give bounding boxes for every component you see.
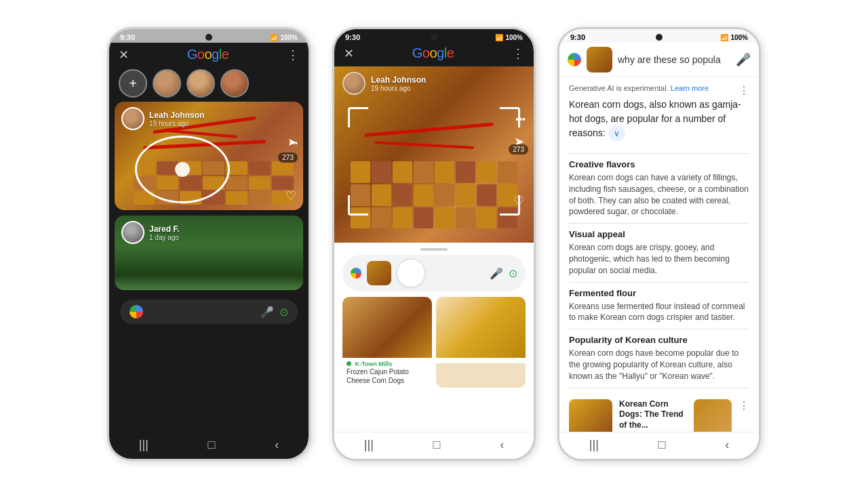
camera-dot-1 xyxy=(205,34,212,41)
section-title-2: Fermented flour xyxy=(569,288,749,298)
google-logo-2: Google xyxy=(412,45,454,61)
search-icons: 🎤 ⊙ xyxy=(490,267,517,280)
nav-bar-1: ||| □ ‹ xyxy=(109,432,309,459)
divider-2 xyxy=(569,282,749,283)
p3-results-scroll[interactable]: Generative AI is experimental. Learn mor… xyxy=(559,77,759,432)
status-bar-1: 9:30 📶 100% xyxy=(109,29,309,43)
nav-back[interactable]: ‹ xyxy=(275,438,279,452)
story-1[interactable] xyxy=(153,69,181,98)
section-body-2: Koreans use fermented flour instead of c… xyxy=(569,301,749,324)
hero-more-icon[interactable]: ••• xyxy=(515,114,526,125)
post-jared[interactable]: Jared F. 1 day ago xyxy=(115,216,303,290)
phone-3: 9:30 📶 100% why are these so popula 🎤 Ge… xyxy=(557,27,761,461)
article-image xyxy=(569,399,612,432)
divider-4 xyxy=(569,388,749,388)
result-info-1: K-Town Mills Frozen Cajun Potato Cheese … xyxy=(342,358,432,388)
search-query[interactable]: why are these so popula xyxy=(618,54,730,65)
phone1-content: ✕ Google ⋮ + Leah Johnson 19 hours ago xyxy=(109,43,309,432)
search-right-icons: 🎤 ⊙ xyxy=(260,306,288,319)
nav-home-2[interactable]: □ xyxy=(433,438,441,452)
query-thumbnail xyxy=(587,47,612,73)
article-more-icon[interactable]: ⋮ xyxy=(738,399,749,412)
nav-back-2[interactable]: ‹ xyxy=(500,438,504,452)
time-3: 9:30 xyxy=(570,33,585,41)
divider-1 xyxy=(569,223,749,224)
google-lens-icon[interactable]: ⊙ xyxy=(279,306,288,319)
result-card-1[interactable]: K-Town Mills Frozen Cajun Potato Cheese … xyxy=(342,297,432,388)
story-3[interactable] xyxy=(220,69,249,98)
search-circle[interactable] xyxy=(397,259,425,287)
article-thumb-2 xyxy=(694,399,732,432)
divider-0 xyxy=(569,153,749,154)
nav-recents[interactable]: ||| xyxy=(139,438,149,452)
section-body-0: Korean corn dogs can have a variety of f… xyxy=(569,172,749,218)
more-options-icon[interactable]: ⋮ xyxy=(287,47,299,62)
story-2[interactable] xyxy=(186,69,215,98)
status-icons-1: 📶 100% xyxy=(270,34,298,41)
result-info-2 xyxy=(436,358,526,363)
potato-grid-hero xyxy=(351,161,518,228)
nav-home-3[interactable]: □ xyxy=(658,438,666,452)
mic-icon-2[interactable]: 🎤 xyxy=(490,267,503,280)
hero-text-info: Leah Johnson 19 hours ago xyxy=(371,75,426,92)
status-icons-2: 📶 100% xyxy=(495,34,523,41)
food-hero-image: Leah Johnson 19 hours ago ••• ➤ 273 ♡ xyxy=(334,66,534,243)
leah-time: 19 hours ago xyxy=(149,120,204,127)
leah-user-info: Leah Johnson 19 hours ago xyxy=(149,110,204,127)
lens-center-dot xyxy=(175,162,190,177)
section-title-3: Popularity of Korean culture xyxy=(569,335,749,345)
ai-answer-text: Korean corn dogs, also known as gamja-ho… xyxy=(569,98,749,148)
jared-avatar xyxy=(121,221,144,244)
google-logo: Google xyxy=(187,47,229,62)
hero-like-button[interactable]: ♡ xyxy=(513,194,524,209)
phone3-content: why are these so popula 🎤 Generative AI … xyxy=(559,43,759,432)
section-fermented-flour: Fermented flour Koreans use fermented fl… xyxy=(569,288,749,324)
search-bar-wrapper: 🎤 ⊙ xyxy=(109,296,309,329)
more-options-icon-2[interactable]: ⋮ xyxy=(512,46,524,61)
section-title-0: Creative flavors xyxy=(569,159,749,169)
section-korean-culture: Popularity of Korean culture Korean corn… xyxy=(569,335,749,382)
result-card-2[interactable] xyxy=(436,297,526,388)
learn-more-link[interactable]: Learn more xyxy=(671,84,709,92)
mic-icon-3[interactable]: 🎤 xyxy=(736,52,751,67)
hero-time: 19 hours ago xyxy=(371,85,426,92)
nav-back-3[interactable]: ‹ xyxy=(725,438,729,452)
nav-home[interactable]: □ xyxy=(208,438,216,452)
result-img-2 xyxy=(436,297,526,358)
phone2-header: ✕ Google ⋮ xyxy=(334,43,534,64)
article-card[interactable]: Korean Corn Dogs: The Trend of the... Ja… xyxy=(569,394,749,432)
result-title-1: Frozen Cajun Potato Cheese Corn Dogs xyxy=(347,367,428,385)
ai-more-icon[interactable]: ⋮ xyxy=(738,84,749,97)
post-leah[interactable]: Leah Johnson 19 hours ago xyxy=(115,102,303,210)
top-bar: ✕ Google ⋮ xyxy=(109,43,309,66)
google-ball-3 xyxy=(568,53,581,66)
expand-button[interactable]: ∨ xyxy=(608,126,625,141)
drag-handle[interactable] xyxy=(420,248,448,251)
article-title: Korean Corn Dogs: The Trend of the... xyxy=(619,399,687,431)
results-grid: K-Town Mills Frozen Cajun Potato Cheese … xyxy=(334,297,534,392)
add-story-button[interactable]: + xyxy=(119,69,147,98)
google-search-bar[interactable]: 🎤 ⊙ xyxy=(120,300,298,324)
thumbnail-image xyxy=(367,261,391,285)
nav-recents-3[interactable]: ||| xyxy=(589,438,599,452)
scan-corner-bl xyxy=(348,195,368,216)
lens-icon-2[interactable]: ⊙ xyxy=(509,267,517,280)
like-button[interactable]: ♡ xyxy=(285,188,296,203)
section-visual-appeal: Visual appeal Korean corn dogs are crisp… xyxy=(569,229,749,276)
hero-username: Leah Johnson xyxy=(371,75,426,85)
source-dot-1 xyxy=(347,361,351,366)
time-1: 9:30 xyxy=(120,33,135,41)
lens-search-bar[interactable]: 🎤 ⊙ xyxy=(342,255,526,291)
microphone-icon[interactable]: 🎤 xyxy=(260,306,274,319)
nav-recents-2[interactable]: ||| xyxy=(364,438,374,452)
result-source-1: K-Town Mills xyxy=(347,361,428,367)
close-icon[interactable]: ✕ xyxy=(119,47,129,62)
divider-3 xyxy=(569,329,749,329)
phone-2: 9:30 📶 100% ✕ Google ⋮ Leah Johnson 19 h… xyxy=(332,27,536,461)
google-ball-2 xyxy=(351,268,361,279)
close-icon-2[interactable]: ✕ xyxy=(344,46,354,61)
jared-username: Jared F. xyxy=(149,224,180,234)
jared-user-info: Jared F. 1 day ago xyxy=(149,224,180,241)
post-header-leah: Leah Johnson 19 hours ago xyxy=(121,107,204,130)
more-icon[interactable]: ••• xyxy=(289,139,298,148)
